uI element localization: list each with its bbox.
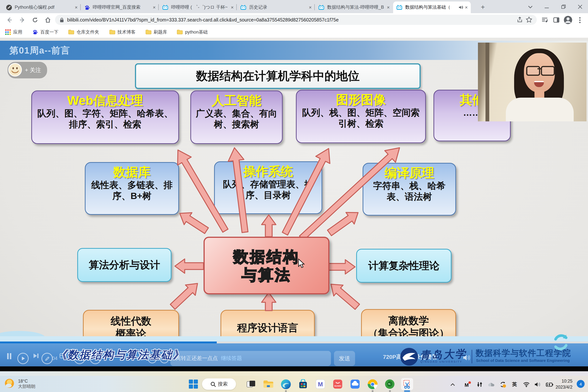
snip-taskbar-icon[interactable] — [401, 378, 413, 390]
huawei-taskbar-icon[interactable]: HUAWEI — [332, 378, 344, 390]
folder-icon — [145, 30, 151, 35]
share-icon[interactable] — [517, 16, 523, 23]
bookmark-label: 仓库文件夹 — [76, 29, 99, 35]
glasses-bridge — [538, 68, 541, 69]
svg-text:M: M — [464, 382, 469, 388]
video-player[interactable]: 第01周a--前言 + 关注 ? 数据结构在计算机学科中的地位 Web信息处理队… — [0, 38, 588, 371]
running-indicator — [404, 390, 410, 392]
diagram-arrow — [180, 212, 208, 234]
browser-tab[interactable]: 历史记录× — [237, 2, 315, 13]
browser-toolbar: bilibili.com/video/BV1nJ411V7bd/?spm_id_… — [0, 13, 588, 26]
favicon-bilibili-icon — [240, 4, 246, 10]
lock-icon[interactable] — [60, 17, 64, 22]
chevron-down-window-icon[interactable] — [522, 0, 539, 13]
volume-tray-icon[interactable] — [533, 380, 543, 389]
diagram-arrow — [262, 292, 276, 310]
tab-title: 哔哩哔哩 ( ゜-゜)つロ 干杯~ — [171, 4, 229, 10]
webcam-overlay — [478, 42, 586, 121]
running-indicator — [285, 390, 287, 392]
tab-close-icon[interactable]: × — [231, 4, 234, 10]
ime-tray-icon[interactable]: 英 — [510, 380, 520, 389]
browser-tab[interactable]: 哔哩哔哩 ( ゜-゜)つロ 干杯~× — [159, 2, 237, 13]
folder-icon — [109, 30, 115, 35]
bookmark-item[interactable]: 仓库文件夹 — [68, 28, 99, 36]
url-text[interactable]: bilibili.com/video/BV1nJ411V7bd/?spm_id_… — [67, 17, 514, 22]
menu-icon[interactable] — [575, 15, 584, 25]
media-icon[interactable] — [540, 15, 550, 25]
weather-sun-icon — [4, 378, 15, 389]
center-line1: 数据结构 — [233, 248, 300, 266]
tab-separator — [314, 4, 315, 10]
bookmark-label: 百度一下 — [40, 29, 58, 35]
tab-close-icon[interactable]: × — [153, 4, 156, 10]
edge-taskbar-icon[interactable] — [280, 378, 292, 390]
browser-tab[interactable]: 哔哩哔哩官网_百度搜索× — [81, 2, 159, 13]
running-indicator — [389, 390, 391, 392]
hwcloud-taskbar-icon[interactable] — [349, 378, 361, 390]
notification-badge[interactable]: 4 — [577, 380, 584, 388]
reload-icon[interactable] — [30, 15, 40, 25]
tab-close-icon[interactable]: × — [465, 4, 468, 10]
restore-window-icon[interactable] — [555, 0, 572, 13]
person-shirt — [506, 98, 574, 121]
tab-audio-icon[interactable] — [458, 5, 464, 10]
taskbar-clock[interactable]: 10:25 2023/4/2 — [556, 378, 572, 390]
sidebar-icon[interactable] — [552, 15, 561, 25]
weather-temp: 18°C — [18, 378, 36, 384]
bookmark-item[interactable]: 百度一下 — [32, 28, 58, 36]
bookmark-label: 应用 — [13, 29, 22, 35]
diagram-arrow — [228, 148, 248, 232]
minimize-window-icon[interactable] — [538, 0, 556, 13]
explorer-taskbar-icon[interactable] — [262, 378, 274, 390]
browser-tab[interactable]: 数据结构与算法基础（× — [393, 2, 471, 13]
tab-title: 历史记录 — [249, 4, 308, 10]
running-indicator — [372, 390, 373, 392]
chrome-taskbar-icon[interactable] — [366, 378, 378, 390]
battery-tray-icon[interactable] — [545, 380, 554, 389]
browser-tab[interactable]: Python核心编程.pdf× — [3, 2, 81, 13]
omnibox[interactable]: bilibili.com/video/BV1nJ411V7bd/?spm_id_… — [55, 15, 537, 25]
close-window-icon[interactable] — [572, 0, 588, 13]
search-label: 搜索 — [218, 381, 228, 388]
baidu-icon — [32, 29, 38, 35]
sync-tray-icon[interactable] — [498, 380, 508, 389]
bookmark-item[interactable]: 刷题库 — [145, 28, 167, 36]
home-icon[interactable] — [43, 15, 53, 25]
tray-chevron-tray-icon[interactable] — [448, 380, 458, 389]
tab-close-icon[interactable]: × — [309, 4, 312, 10]
mixer-tray-icon[interactable] — [474, 380, 484, 389]
forward-icon[interactable] — [17, 15, 27, 25]
taskbar-search[interactable]: 搜索 — [202, 378, 236, 390]
bookmark-item[interactable]: 应用 — [5, 28, 22, 36]
favicon-pdf-doc-icon — [6, 4, 12, 10]
browser-tab[interactable]: 数据结构与算法-哔哩哔哩_B× — [315, 2, 393, 13]
clock-date: 2023/4/2 — [556, 384, 572, 390]
back-icon[interactable] — [4, 15, 14, 25]
m-dot-tray-icon[interactable]: M — [463, 380, 473, 389]
mapp-taskbar-icon[interactable]: M — [314, 378, 326, 390]
bookmark-label: 刷题库 — [154, 29, 167, 35]
tab-close-icon[interactable]: × — [75, 4, 78, 10]
diagram-arrow — [327, 260, 355, 274]
star-icon[interactable] — [526, 16, 532, 23]
evernote-taskbar-icon[interactable] — [384, 378, 396, 390]
task-view-taskbar-icon[interactable] — [245, 378, 257, 390]
weather-desc: 大部晴朗 — [18, 384, 36, 389]
screen: Python核心编程.pdf×哔哩哔哩官网_百度搜索×哔哩哔哩 ( ゜-゜)つロ… — [0, 0, 588, 392]
store-taskbar-icon[interactable] — [297, 378, 309, 390]
tab-separator — [80, 4, 81, 10]
bookmark-item[interactable]: 技术博客 — [109, 28, 136, 36]
onedrive-tray-icon[interactable] — [486, 380, 496, 389]
wifi-tray-icon[interactable] — [521, 380, 531, 389]
new-tab-button[interactable]: + — [478, 3, 488, 12]
bookmark-item[interactable]: python基础 — [177, 28, 208, 36]
tab-title: Python核心编程.pdf — [15, 4, 73, 10]
diagram-center-box: 数据结构 与算法 — [204, 237, 330, 294]
tab-close-icon[interactable]: × — [387, 4, 390, 10]
clock-time: 10:25 — [556, 378, 572, 384]
taskbar-weather-widget[interactable]: 18°C 大部晴朗 — [4, 378, 36, 389]
tab-separator — [236, 4, 237, 10]
bookmark-label: 技术博客 — [118, 29, 136, 35]
windows-taskbar-icon[interactable] — [187, 378, 200, 390]
avatar-icon[interactable] — [563, 15, 573, 25]
